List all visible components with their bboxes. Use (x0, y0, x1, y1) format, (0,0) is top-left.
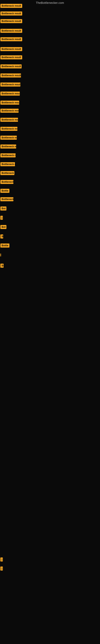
bottleneck-row: | (0, 216, 3, 220)
bottleneck-badge: B (0, 234, 3, 238)
bottleneck-badge: Bottleneck (0, 197, 13, 201)
bottleneck-badge: Bot (0, 225, 6, 229)
bottleneck-row: Bottleneck result (0, 55, 22, 60)
bottleneck-row: Bottleneck res (0, 136, 17, 140)
bottleneck-badge: | (0, 216, 3, 220)
bottleneck-row: Bottleneck result (0, 100, 19, 106)
bottleneck-row: Bottleneck (0, 197, 13, 202)
bottleneck-badge: Bottleneck result (0, 4, 22, 8)
bottleneck-badge: Bottleneck result (0, 118, 18, 122)
bottleneck-row: Bottleneck res (0, 171, 14, 176)
bottleneck-row: Bottleneck result (0, 74, 21, 78)
bottleneck-row: | (0, 566, 3, 571)
bottleneck-row: Bottleneck (0, 180, 13, 185)
bottleneck-row: Bottleneck result (0, 109, 19, 114)
bottleneck-row: Bottle (0, 244, 9, 248)
bottleneck-row: Bottleneck result (0, 29, 22, 34)
bottleneck-row: Bottleneck result (0, 82, 20, 87)
bottleneck-badge: Bottleneck (0, 180, 13, 184)
bottleneck-row: | (0, 558, 3, 562)
bottleneck-row: Bc (0, 264, 3, 268)
bottleneck-row: Bottleneck result (0, 118, 18, 122)
bottleneck-row: Bottleneck result (0, 92, 20, 96)
bottleneck-badge: Bottleneck res (0, 144, 16, 148)
bottleneck-badge: Bottleneck result (0, 19, 22, 23)
bottleneck-badge: | (0, 558, 3, 562)
bottleneck-badge: Bc (0, 264, 3, 268)
bottleneck-badge: Bottleneck result (0, 55, 22, 59)
bottleneck-badge: | (0, 566, 3, 570)
bottleneck-badge: Bottleneck result (0, 127, 17, 131)
bottleneck-badge: Bottleneck result (0, 12, 22, 16)
bottleneck-badge: Bottle (0, 244, 9, 248)
bottleneck-row: Bot (0, 225, 6, 230)
bottleneck-row: Bottleneck res (0, 144, 16, 149)
bottleneck-badge: Bottleneck result (0, 47, 22, 51)
bottleneck-row: Bottleneck result (0, 4, 22, 9)
bottleneck-badge: Bottle (0, 189, 9, 193)
bottleneck-row: B (0, 234, 3, 239)
bottleneck-badge: Bottleneck result (0, 82, 20, 86)
bottleneck-badge: Bottleneck result (0, 92, 20, 96)
bottleneck-row: Bot (0, 206, 6, 211)
bottleneck-row: Bottleneck result (0, 47, 22, 52)
bottleneck-row: Bottleneck result (0, 19, 22, 24)
bottleneck-row: Bottleneck res (0, 153, 16, 158)
bottleneck-badge: Bottleneck res (0, 171, 14, 175)
bottleneck-badge: Bottleneck result (0, 109, 19, 113)
bottleneck-badge: Bottleneck result (0, 37, 22, 41)
bottleneck-badge: Bottleneck res (0, 153, 16, 158)
bottleneck-row: Bottleneck result (0, 12, 22, 16)
bottleneck-badge: Bottleneck res (0, 162, 15, 166)
bottleneck-badge: Bottleneck result (0, 74, 21, 78)
bottleneck-row: Bottleneck result (0, 127, 17, 132)
bottleneck-row: Bottleneck result (0, 37, 22, 42)
bottleneck-badge (0, 254, 1, 256)
bottleneck-badge: Bottleneck result (0, 100, 19, 105)
bottleneck-badge: Bot (0, 206, 6, 210)
bottleneck-badge: Bottleneck res (0, 136, 17, 140)
bottleneck-row: Bottleneck result (0, 64, 22, 69)
bottleneck-badge: Bottleneck result (0, 29, 22, 33)
bottleneck-row: Bottleneck res (0, 162, 15, 167)
bottleneck-badge: Bottleneck result (0, 64, 22, 68)
bottleneck-row: Bottle (0, 189, 9, 194)
